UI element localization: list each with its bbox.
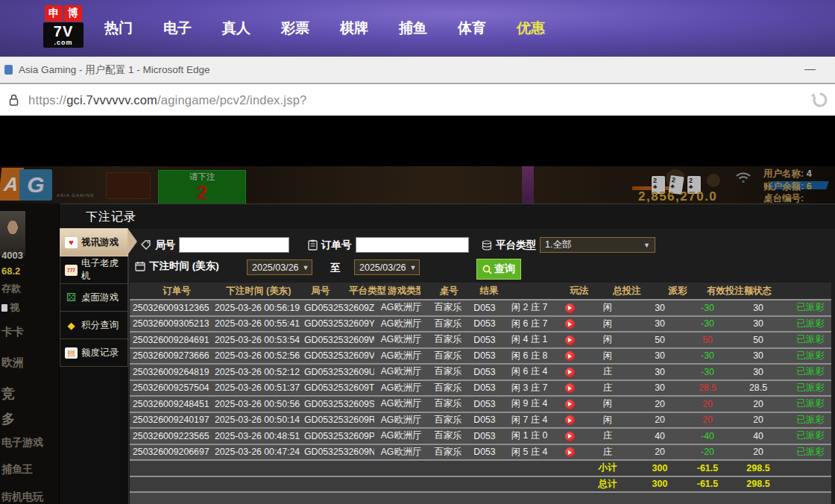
order-cell: 250326009284691 <box>130 335 210 345</box>
table-header-cell: 玩法 <box>553 285 605 297</box>
platform-cell: AG欧洲厅 <box>374 350 428 362</box>
result-cell: 闲 9 庄 4 <box>501 397 558 410</box>
table-header-cell: 下注时间 (美东) <box>224 285 294 297</box>
nav-item[interactable]: 真人 <box>222 19 250 38</box>
play-type-cell: 闲 <box>582 318 634 330</box>
nav-item[interactable]: 优惠 <box>517 19 545 38</box>
result-cell: 闲 3 庄 7 <box>501 382 558 394</box>
game-cell: 百家乐 <box>428 397 468 410</box>
replay-play-icon[interactable] <box>565 368 575 377</box>
platform-cell: AG欧洲厅 <box>374 414 428 426</box>
platform-select[interactable]: 1.全部 ▼ <box>540 237 655 253</box>
result-cell: 闲 1 庄 0 <box>501 429 558 442</box>
date-to-select[interactable]: 2025/03/26 ▼ <box>354 259 420 275</box>
table-no-cell: D053 <box>468 415 501 425</box>
total-bet-cell: 30 <box>634 350 686 361</box>
nav-item[interactable]: 捕鱼 <box>399 19 427 38</box>
refresh-icon[interactable] <box>811 91 829 109</box>
platform-icon <box>482 240 492 251</box>
replay-cell <box>558 318 582 329</box>
total-bet-cell: 40 <box>634 431 686 441</box>
edge-tab-icon <box>4 65 13 75</box>
background-menu-fragment: 捕鱼王 <box>1 463 33 476</box>
video-games-icon: ♥ <box>65 237 78 248</box>
nav-item[interactable]: 电子 <box>163 19 192 38</box>
payout-cell: 20 <box>686 415 729 425</box>
time-cell: 2025-03-26 00:55:41 <box>210 318 304 329</box>
avatar <box>0 211 25 256</box>
total-bet: 300 <box>634 479 686 489</box>
nav-item[interactable]: 体育 <box>458 19 486 38</box>
sidebar-item[interactable]: ♥ 视讯游戏 <box>60 228 128 256</box>
address-bar[interactable]: https://gci.7vvvvvv.com/agingame/pcv2/in… <box>0 84 835 118</box>
nav-item[interactable]: 热门 <box>104 19 133 38</box>
replay-play-icon[interactable] <box>565 336 575 345</box>
replay-play-icon[interactable] <box>565 319 575 329</box>
date-from-select[interactable]: 2025/03/26 ▼ <box>247 259 312 275</box>
table-row: 250326009206697 2025-03-26 00:47:24 GD05… <box>130 445 831 462</box>
replay-play-icon[interactable] <box>565 383 575 393</box>
sidebar-item[interactable]: 777 电子老虎机 <box>60 256 128 284</box>
background-menu-fragment: 存款 <box>1 282 21 295</box>
url-domain: gci.7vvvvvv.com <box>66 93 157 107</box>
table-no-cell: D053 <box>468 318 501 329</box>
round-cell: GD0532532609W <box>304 335 374 345</box>
replay-play-icon[interactable] <box>565 400 575 409</box>
payout-cell: 20 <box>686 399 729 409</box>
time-cell: 2025-03-26 00:50:14 <box>210 415 304 425</box>
valid-bet-cell: 20 <box>729 447 787 457</box>
nav-item[interactable]: 棋牌 <box>340 19 368 38</box>
round-filter-label: 局号 <box>155 239 175 252</box>
payout-cell: 50 <box>686 335 729 345</box>
order-filter-input[interactable] <box>356 237 469 253</box>
table-no-cell: D053 <box>468 350 501 361</box>
sidebar-item-label: 桌面游戏 <box>81 292 119 304</box>
sidebar-item[interactable]: ⚄ 桌面游戏 <box>60 283 128 312</box>
play-type-cell: 庄 <box>582 429 634 442</box>
replay-cell <box>558 382 582 393</box>
background-menu-fragment: 多 <box>1 410 15 428</box>
replay-play-icon[interactable] <box>565 432 575 441</box>
replay-play-icon[interactable] <box>565 351 575 361</box>
replay-play-icon[interactable] <box>565 415 575 425</box>
table-header-cell: 总投注 <box>605 285 649 297</box>
payout-cell: -30 <box>686 303 729 313</box>
nav-item[interactable]: 彩票 <box>281 19 309 38</box>
filter-bar: 局号 订单号 <box>129 229 835 283</box>
status-cell: 已派彩 <box>787 365 834 378</box>
total-bet-cell: 20 <box>634 415 686 425</box>
round-filter-input[interactable] <box>179 237 289 253</box>
time-cell: 2025-03-26 00:50:56 <box>210 399 304 409</box>
sidebar-item[interactable]: ◆ 积分查询 <box>60 311 128 339</box>
round-cell: GD0532532609U <box>304 367 374 377</box>
site-nav: 申 博 7V .com 热门 电子 真人 彩票 棋牌 捕鱼 体育 <box>0 0 835 57</box>
order-cell: 250326009257504 <box>130 382 210 393</box>
minimize-button[interactable]: — <box>804 62 816 75</box>
replay-play-icon[interactable] <box>565 447 575 457</box>
site-logo[interactable]: 申 博 7V .com <box>43 5 84 48</box>
total-bet-cell: 30 <box>634 382 686 393</box>
sidebar-item[interactable]: ▤ 额度记录 <box>60 338 128 367</box>
result-cell: 闲 7 庄 4 <box>501 414 558 426</box>
status-cell: 已派彩 <box>787 382 834 394</box>
calendar-icon <box>135 261 145 271</box>
table-header-cell: 平台类型 <box>347 285 388 297</box>
order-cell: 250326009273666 <box>130 350 210 361</box>
url-text[interactable]: https://gci.7vvvvvv.com/agingame/pcv2/in… <box>28 93 306 107</box>
table-no-cell: D053 <box>468 382 501 393</box>
search-button[interactable]: 查询 <box>476 259 521 280</box>
replay-play-icon[interactable] <box>565 303 575 313</box>
table-header-cell: 游戏类型 <box>388 285 420 297</box>
game-cell: 百家乐 <box>428 350 468 362</box>
total-valid: 298.5 <box>729 479 787 489</box>
payout-cell: -30 <box>686 318 729 329</box>
valid-bet-cell: 20 <box>729 399 787 409</box>
table-row: 250326009264819 2025-03-26 00:52:12 GD05… <box>130 365 831 381</box>
status-cell: 已派彩 <box>787 397 834 410</box>
round-cell: GD0532532609P <box>304 431 374 441</box>
game-cell: 百家乐 <box>428 382 468 394</box>
lock-icon[interactable] <box>9 94 19 106</box>
total-row: 总计 300 -61.5 298.5 <box>130 477 831 494</box>
result-cell: 闲 5 庄 4 <box>501 446 558 459</box>
chevron-down-icon: ▼ <box>303 264 309 271</box>
